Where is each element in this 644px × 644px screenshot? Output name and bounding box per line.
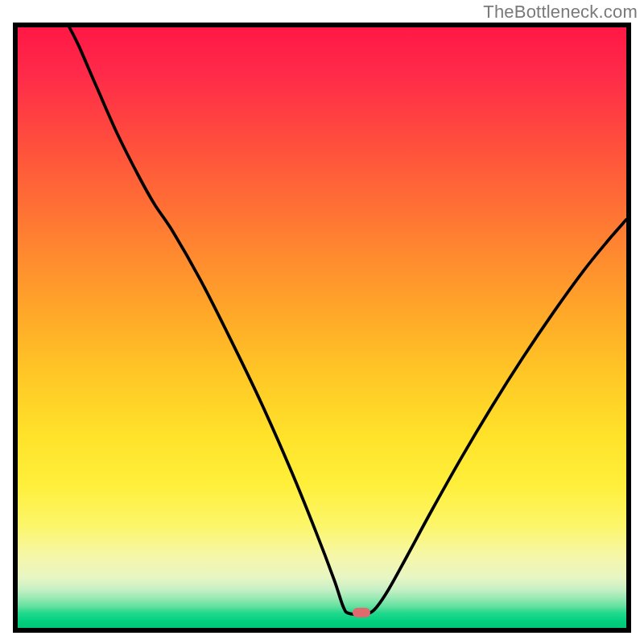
watermark-text: TheBottleneck.com xyxy=(483,2,638,23)
plot-area xyxy=(13,23,631,633)
bottleneck-curve xyxy=(18,27,626,628)
curve-path xyxy=(69,27,626,614)
chart-container: TheBottleneck.com xyxy=(0,0,644,644)
optimal-marker xyxy=(353,608,370,617)
